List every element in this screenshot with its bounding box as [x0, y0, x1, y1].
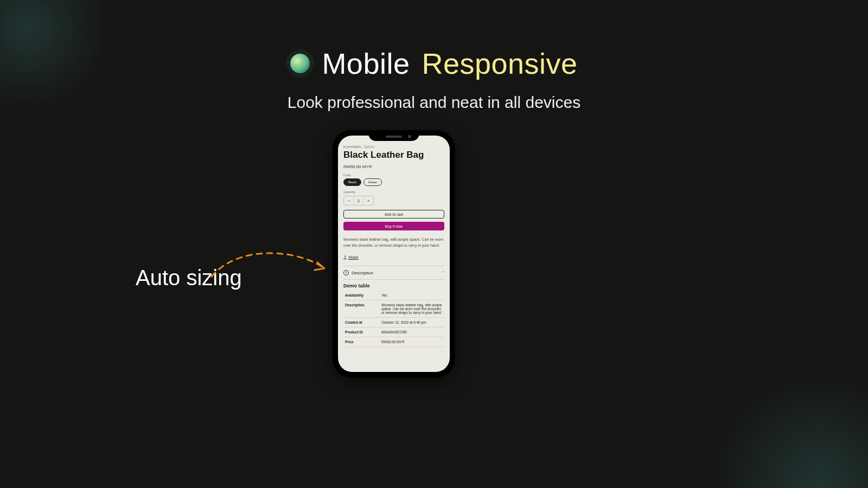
table-row: PriceRM30.00 MYR [343, 337, 444, 347]
color-option-green[interactable]: Green [363, 178, 382, 186]
table-row: AvailabilityYes [343, 291, 444, 300]
hero-title: Mobile Responsive [290, 47, 577, 80]
brand-dot-icon [290, 54, 310, 73]
color-option-black[interactable]: Black [343, 178, 361, 186]
product-price: RM90.00 MYR [343, 164, 444, 169]
pointer-arrow-icon [206, 239, 336, 293]
decorative-blob-bottom-right [705, 369, 868, 488]
product-title: Black Leather Bag [343, 150, 444, 160]
table-row: Created atOctober 12, 2022 at 4:40 pm [343, 318, 444, 328]
quantity-increment-button[interactable]: + [363, 196, 373, 205]
table-row: DescriptionWomens black leather bag, wit… [343, 300, 444, 318]
chevron-up-icon: ˄ [442, 271, 444, 275]
add-to-cart-button[interactable]: Add to cart [343, 210, 444, 219]
phone-camera-icon [408, 135, 411, 138]
hero-title-word1: Mobile [322, 47, 410, 80]
product-description-text: Womens black leather bag, with ample spa… [343, 237, 444, 248]
quantity-decrement-button[interactable]: − [344, 196, 354, 205]
buy-now-button[interactable]: Buy it now [343, 222, 444, 230]
hero-title-word2: Responsive [422, 47, 577, 80]
hero-subtitle: Look professional and neat in all device… [0, 93, 868, 112]
question-mark-icon: ? [343, 270, 349, 275]
demo-table: AvailabilityYes DescriptionWomens black … [343, 291, 444, 347]
quantity-label: Quantity [343, 190, 444, 194]
demo-table-title: Demo table [343, 283, 444, 288]
description-accordion-header[interactable]: ? Description ˄ [343, 266, 444, 280]
table-row: Product ID8064454357285 [343, 328, 444, 337]
accordion-title: Description [352, 271, 373, 275]
phone-screen: HUNTHERS · GUCCI Black Leather Bag RM90.… [338, 136, 450, 372]
hero-block: Mobile Responsive Look professional and … [0, 47, 868, 112]
phone-mockup: HUNTHERS · GUCCI Black Leather Bag RM90.… [333, 130, 455, 377]
share-label: Share [348, 255, 359, 259]
product-brand: HUNTHERS · GUCCI [343, 145, 444, 149]
share-icon: ⇪ [343, 255, 347, 259]
quantity-stepper: − 1 + [343, 196, 374, 206]
color-option-group: Black Green [343, 178, 444, 186]
color-label: Color [343, 174, 444, 177]
quantity-value: 1 [354, 196, 363, 205]
phone-speaker-icon [386, 136, 402, 138]
share-button[interactable]: ⇪ Share [343, 255, 359, 259]
